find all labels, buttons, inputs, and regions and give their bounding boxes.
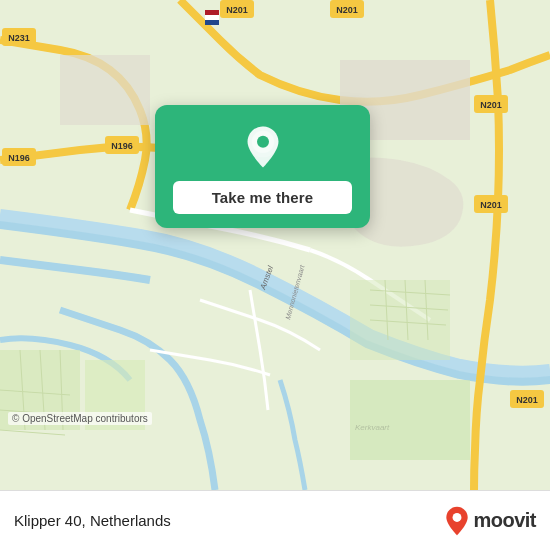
svg-point-45 [453, 513, 462, 522]
osm-credit: © OpenStreetMap contributors [8, 412, 152, 425]
svg-rect-40 [205, 20, 219, 25]
svg-text:N201: N201 [480, 100, 502, 110]
svg-rect-38 [205, 10, 219, 15]
tooltip-card: Take me there [155, 105, 370, 228]
svg-rect-23 [350, 380, 470, 460]
moovit-logo: moovit [443, 505, 536, 537]
svg-text:N231: N231 [8, 33, 30, 43]
moovit-logo-text: moovit [473, 509, 536, 532]
take-me-there-button[interactable]: Take me there [173, 181, 352, 214]
moovit-pin-icon [443, 505, 471, 537]
svg-text:N201: N201 [226, 5, 248, 15]
svg-text:N201: N201 [516, 395, 538, 405]
svg-text:N201: N201 [480, 200, 502, 210]
svg-text:N196: N196 [8, 153, 30, 163]
map-container: N231 N196 N196 N201 N201 N201 N201 N201 … [0, 0, 550, 490]
svg-rect-25 [60, 55, 150, 125]
svg-text:N201: N201 [336, 5, 358, 15]
bottom-bar: Klipper 40, Netherlands moovit [0, 490, 550, 550]
svg-rect-39 [205, 15, 219, 20]
location-label: Klipper 40, Netherlands [14, 512, 171, 529]
svg-text:N196: N196 [111, 141, 133, 151]
location-pin-icon [239, 123, 287, 171]
svg-point-44 [257, 136, 269, 148]
